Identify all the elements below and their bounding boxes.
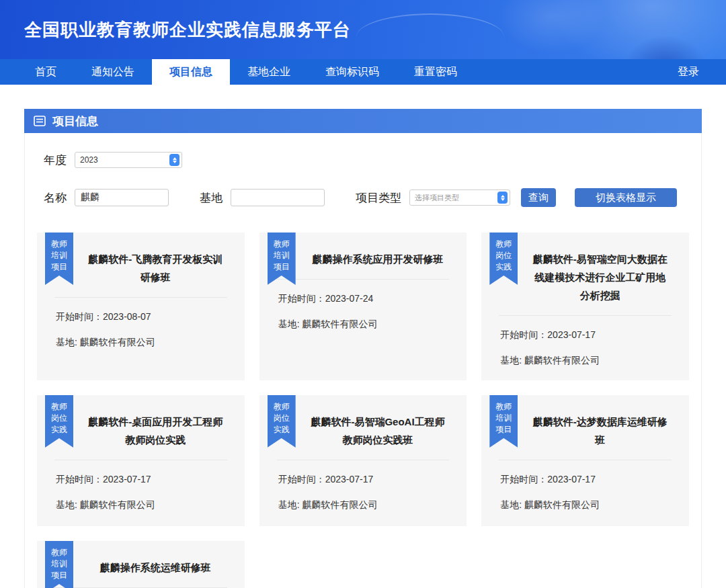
- project-card[interactable]: 教师 岗位 实践 麒麟软件-桌面应用开发工程师教师岗位实践 开始时间：2023-…: [37, 395, 245, 526]
- select-stepper-icon: [497, 192, 508, 204]
- project-type-select[interactable]: 选择项目类型: [409, 190, 510, 206]
- project-base: 基地: 麒麟软件有限公司: [56, 337, 230, 349]
- site-title: 全国职业教育教师企业实践信息服务平台: [24, 18, 351, 42]
- ribbon-line: 项目: [45, 570, 73, 581]
- ribbon-line: 教师: [268, 401, 296, 413]
- project-base: 基地: 麒麟软件有限公司: [278, 499, 452, 511]
- name-input[interactable]: [75, 189, 169, 206]
- project-start-time: 开始时间：2023-08-07: [56, 311, 230, 323]
- divider: [277, 460, 450, 460]
- ribbon-line: 岗位: [489, 250, 518, 261]
- login-button[interactable]: 登录: [664, 59, 726, 85]
- toggle-table-view-button[interactable]: 切换表格显示: [575, 188, 677, 207]
- name-label: 名称: [44, 190, 67, 206]
- project-card[interactable]: 教师 岗位 实践 麒麟软件-易智瑞空间大数据在线建模技术进行企业工矿用地分析挖掘…: [481, 233, 689, 380]
- ribbon-line: 教师: [489, 401, 518, 413]
- filter-row-year: 年度 2023: [44, 152, 689, 168]
- section-header: 项目信息: [24, 109, 702, 133]
- project-type-select-value: 选择项目类型: [415, 193, 459, 203]
- nav-item-reset-password[interactable]: 重置密码: [397, 59, 475, 85]
- ribbon-line: 教师: [45, 239, 73, 250]
- project-card[interactable]: 教师 培训 项目 麒麟操作系统应用开发研修班 开始时间：2023-07-24 基…: [259, 233, 467, 380]
- ribbon-line: 实践: [45, 424, 73, 435]
- project-card[interactable]: 教师 培训 项目 麒麟操作系统运维研修班 开始时间：2023-07-17: [37, 541, 245, 588]
- ribbon-line: 教师: [489, 239, 518, 250]
- select-stepper-icon: [169, 154, 179, 166]
- project-title: 麒麟软件-飞腾教育开发板实训研修班: [52, 250, 230, 286]
- ribbon-line: 岗位: [45, 413, 73, 424]
- ribbon-line: 培训: [489, 413, 518, 424]
- ribbon-line: 项目: [45, 261, 73, 273]
- query-button[interactable]: 查询: [521, 188, 556, 207]
- nav-item-query-id-code[interactable]: 查询标识码: [308, 59, 397, 85]
- ribbon-line: 培训: [45, 250, 73, 261]
- ribbon-line: 教师: [45, 401, 73, 413]
- header-decoration: [551, 0, 726, 59]
- project-type-ribbon: 教师 培训 项目: [45, 541, 73, 588]
- project-card[interactable]: 教师 培训 项目 麒麟软件-达梦数据库运维研修班 开始时间：2023-07-17…: [481, 395, 689, 526]
- ribbon-line: 实践: [489, 261, 518, 273]
- project-title: 麒麟操作系统应用开发研修班: [274, 250, 452, 268]
- project-base: 基地: 麒麟软件有限公司: [500, 355, 674, 367]
- nav-item-project-info[interactable]: 项目信息: [152, 59, 230, 85]
- divider: [499, 315, 672, 316]
- project-type-label: 项目类型: [356, 190, 401, 206]
- filter-row-search: 名称 基地 项目类型 选择项目类型 查询 切换表格显示: [44, 188, 689, 207]
- nav-item-notices[interactable]: 通知公告: [74, 59, 152, 85]
- year-select-value: 2023: [80, 155, 98, 165]
- year-select[interactable]: 2023: [75, 152, 182, 168]
- base-input[interactable]: [231, 189, 325, 206]
- project-title: 麒麟软件-达梦数据库运维研修班: [496, 413, 674, 449]
- archive-icon: [34, 116, 46, 126]
- project-start-time: 开始时间：2023-07-17: [500, 329, 674, 341]
- project-type-ribbon: 教师 培训 项目: [268, 233, 296, 285]
- project-start-time: 开始时间：2023-07-24: [278, 293, 452, 305]
- project-start-time: 开始时间：2023-07-17: [56, 474, 230, 486]
- nav-spacer: [475, 59, 664, 85]
- project-title: 麒麟软件-易智瑞GeoAI工程师教师岗位实践班: [274, 413, 452, 449]
- divider: [499, 460, 672, 460]
- header-decoration: [625, 36, 706, 59]
- ribbon-line: 项目: [268, 261, 296, 273]
- project-card[interactable]: 教师 培训 项目 麒麟软件-飞腾教育开发板实训研修班 开始时间：2023-08-…: [37, 233, 245, 380]
- project-start-time: 开始时间：2023-07-17: [278, 474, 452, 486]
- ribbon-line: 培训: [45, 558, 73, 570]
- ribbon-line: 培训: [268, 250, 296, 261]
- ribbon-line: 实践: [268, 424, 296, 435]
- project-start-time: 开始时间：2023-07-17: [500, 474, 674, 486]
- project-base: 基地: 麒麟软件有限公司: [56, 499, 230, 511]
- divider: [277, 279, 450, 280]
- ribbon-line: 教师: [268, 239, 296, 250]
- divider: [54, 460, 227, 460]
- project-title: 麒麟操作系统运维研修班: [52, 558, 230, 577]
- divider: [54, 297, 227, 298]
- nav-item-home[interactable]: 首页: [17, 59, 74, 85]
- year-label: 年度: [44, 153, 67, 168]
- project-base: 基地: 麒麟软件有限公司: [500, 499, 674, 511]
- project-title: 麒麟软件-易智瑞空间大数据在线建模技术进行企业工矿用地分析挖掘: [496, 250, 674, 304]
- nav-item-base-enterprise[interactable]: 基地企业: [230, 59, 308, 85]
- ribbon-line: 教师: [45, 547, 73, 558]
- project-card-grid: 教师 培训 项目 麒麟软件-飞腾教育开发板实训研修班 开始时间：2023-08-…: [37, 233, 689, 588]
- project-panel: 年度 2023 名称 基地 项目类型 选择项目类型 查询 切换表格显示: [24, 133, 702, 588]
- header-decoration: [497, 0, 605, 54]
- main-content: 项目信息 年度 2023 名称 基地 项目类型 选择项目类型: [0, 85, 726, 588]
- ribbon-line: 项目: [489, 424, 518, 435]
- main-nav: 首页 通知公告 项目信息 基地企业 查询标识码 重置密码 登录: [0, 59, 726, 85]
- base-label: 基地: [200, 190, 223, 206]
- app-header: 全国职业教育教师企业实践信息服务平台: [0, 0, 726, 59]
- header-decoration: [356, 13, 504, 59]
- project-card[interactable]: 教师 岗位 实践 麒麟软件-易智瑞GeoAI工程师教师岗位实践班 开始时间：20…: [259, 395, 467, 526]
- project-title: 麒麟软件-桌面应用开发工程师教师岗位实践: [52, 413, 230, 449]
- project-base: 基地: 麒麟软件有限公司: [278, 319, 452, 331]
- section-title: 项目信息: [52, 114, 98, 129]
- ribbon-line: 岗位: [268, 413, 296, 424]
